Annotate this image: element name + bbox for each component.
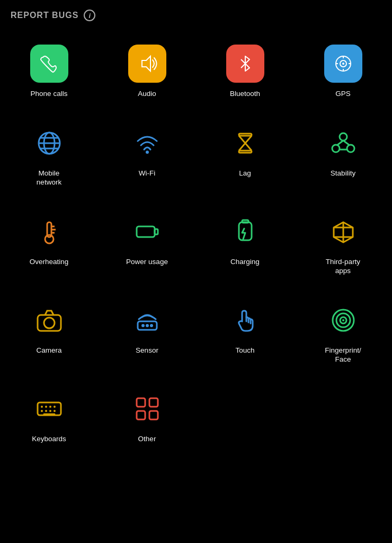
mobile-network-icon <box>30 124 68 162</box>
svg-rect-15 <box>239 151 252 153</box>
phone-calls-label: Phone calls <box>31 89 68 99</box>
svg-point-13 <box>146 151 149 154</box>
grid-item-lag[interactable]: Lag <box>196 111 294 200</box>
svg-point-18 <box>347 145 354 152</box>
audio-label: Audio <box>138 89 156 99</box>
page-title: REPORT BUGS <box>11 11 78 20</box>
svg-point-23 <box>45 235 54 243</box>
audio-icon <box>128 45 166 83</box>
bluetooth-label: Bluetooth <box>230 89 260 99</box>
svg-point-44 <box>342 319 344 321</box>
grid-item-stability[interactable]: Stability <box>294 111 392 200</box>
lag-icon <box>226 124 264 162</box>
grid-item-touch[interactable]: Touch <box>196 288 294 377</box>
third-party-apps-label: Third-party apps <box>326 257 360 276</box>
svg-point-38 <box>141 324 145 327</box>
keyboards-label: Keyboards <box>32 434 66 444</box>
sensor-label: Sensor <box>136 346 158 355</box>
svg-rect-29 <box>239 222 252 240</box>
grid-item-gps[interactable]: GPS <box>294 32 392 111</box>
grid-item-fingerprint-face[interactable]: Fingerprint/ Face <box>294 288 392 377</box>
svg-point-39 <box>146 324 149 327</box>
fingerprint-face-label: Fingerprint/ Face <box>325 346 361 364</box>
svg-line-19 <box>337 141 343 145</box>
phone-calls-icon <box>30 45 68 83</box>
grid-item-sensor[interactable]: Sensor <box>98 288 196 377</box>
svg-line-20 <box>343 141 350 145</box>
svg-rect-28 <box>155 229 158 234</box>
wifi-label: Wi-Fi <box>139 169 155 178</box>
svg-rect-57 <box>137 411 145 419</box>
gps-label: GPS <box>335 89 351 99</box>
grid-item-camera[interactable]: Camera <box>0 288 98 377</box>
stability-icon <box>324 124 362 162</box>
grid-item-power-usage[interactable]: Power usage <box>98 200 196 288</box>
svg-point-36 <box>44 318 55 328</box>
svg-point-17 <box>332 145 340 152</box>
touch-icon <box>226 301 264 339</box>
grid-item-charging[interactable]: Charging <box>196 200 294 288</box>
grid-item-audio[interactable]: Audio <box>98 32 196 111</box>
power-usage-icon <box>128 213 166 251</box>
lag-label: Lag <box>239 169 251 178</box>
svg-rect-45 <box>38 402 61 415</box>
grid-item-mobile-network[interactable]: Mobile network <box>0 111 98 200</box>
other-label: Other <box>138 434 156 444</box>
grid-item-phone-calls[interactable]: Phone calls <box>0 32 98 111</box>
svg-rect-14 <box>239 134 252 136</box>
grid-item-overheating[interactable]: Overheating <box>0 200 98 288</box>
grid-item-third-party-apps[interactable]: Third-party apps <box>294 200 392 288</box>
svg-marker-0 <box>142 56 150 71</box>
info-button[interactable]: i <box>84 10 95 21</box>
grid-item-other[interactable]: Other <box>98 377 196 457</box>
third-party-apps-icon <box>324 213 362 251</box>
bug-category-grid: Phone calls Audio Bluetooth GPS <box>0 27 392 461</box>
bluetooth-icon <box>226 45 264 83</box>
wifi-icon <box>128 124 166 162</box>
overheating-icon <box>30 213 68 251</box>
grid-item-keyboards[interactable]: Keyboards <box>0 377 98 457</box>
sensor-icon <box>128 301 166 339</box>
keyboards-icon <box>30 390 68 428</box>
camera-label: Camera <box>36 346 61 355</box>
mobile-network-label: Mobile network <box>37 169 61 187</box>
svg-point-40 <box>150 324 153 327</box>
svg-point-7 <box>342 63 344 65</box>
svg-rect-27 <box>137 226 155 237</box>
gps-icon <box>324 45 362 83</box>
camera-icon <box>30 301 68 339</box>
fingerprint-face-icon <box>324 301 362 339</box>
touch-label: Touch <box>235 346 254 355</box>
svg-point-16 <box>340 133 347 141</box>
overheating-label: Overheating <box>30 257 69 267</box>
grid-item-wifi[interactable]: Wi-Fi <box>98 111 196 200</box>
power-usage-label: Power usage <box>126 257 168 267</box>
header: REPORT BUGS i <box>0 0 392 27</box>
svg-rect-56 <box>149 398 158 407</box>
other-icon <box>128 390 166 428</box>
charging-icon <box>226 213 264 251</box>
grid-item-bluetooth[interactable]: Bluetooth <box>196 32 294 111</box>
svg-rect-55 <box>137 398 145 407</box>
charging-label: Charging <box>230 257 260 267</box>
svg-rect-58 <box>149 411 158 419</box>
stability-label: Stability <box>331 169 355 178</box>
